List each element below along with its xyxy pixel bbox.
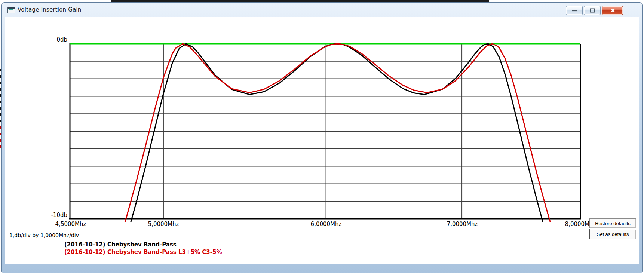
restore-defaults-button[interactable]: Restore defaults	[589, 218, 636, 228]
window-title: Voltage Insertion Gain	[18, 6, 82, 13]
minimize-icon	[572, 10, 577, 11]
maximize-button[interactable]	[584, 6, 601, 15]
screenshot-root: Voltage Insertion Gain 0db -10db 4,5000M…	[0, 0, 644, 273]
close-button[interactable]	[602, 6, 623, 15]
voltage-insertion-gain-window: Voltage Insertion Gain	[1, 2, 643, 273]
app-icon	[7, 7, 15, 13]
close-icon	[610, 8, 615, 13]
set-as-defaults-button[interactable]: Set as defaults	[589, 229, 636, 239]
window-content	[5, 17, 639, 264]
titlebar[interactable]: Voltage Insertion Gain	[2, 3, 642, 17]
maximize-icon	[590, 9, 595, 13]
caption-buttons	[566, 6, 623, 15]
minimize-button[interactable]	[566, 6, 583, 15]
